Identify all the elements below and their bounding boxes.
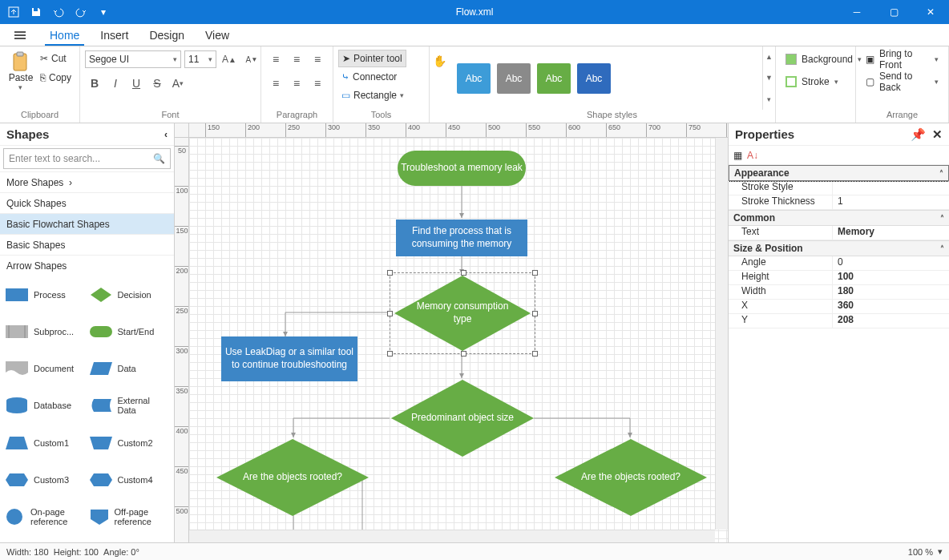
prop-cat-size[interactable]: Size & Position˄ <box>729 240 949 256</box>
category-arrow-shapes[interactable]: Arrow Shapes <box>0 255 174 276</box>
send-to-back-button[interactable]: ▢Send to Back▾ <box>861 72 943 91</box>
shapes-panel-title: Shapes <box>6 127 49 141</box>
ruler-vertical: 50100150200250300350400450500550 <box>175 138 189 542</box>
shape-custom3[interactable]: Custom3 <box>5 465 86 494</box>
qat-redo-icon[interactable] <box>71 2 91 22</box>
shape-startend[interactable]: Start/End <box>89 317 170 346</box>
cut-button[interactable]: ✂Cut <box>37 50 75 67</box>
align-center-button[interactable]: ≡ <box>287 50 306 69</box>
paste-button[interactable]: Paste ▾ <box>5 50 37 106</box>
minimize-button[interactable]: ─ <box>838 0 875 24</box>
prop-row-width[interactable]: Width180 <box>729 285 949 300</box>
style-swatch-4[interactable]: Abc <box>577 63 611 94</box>
categorize-icon[interactable]: ▦ <box>733 150 742 161</box>
group-paragraph-caption: Paragraph <box>261 110 333 123</box>
qat-undo-icon[interactable] <box>48 2 69 22</box>
italic-button[interactable]: I <box>106 74 125 93</box>
file-button[interactable] <box>6 26 34 46</box>
shape-database[interactable]: Database <box>5 391 86 420</box>
prop-row-x[interactable]: X360 <box>729 300 949 314</box>
underline-button[interactable]: U <box>127 74 146 93</box>
sort-icon[interactable]: A↓ <box>747 150 758 161</box>
shrink-font-button[interactable]: A▼ <box>242 50 261 69</box>
scrollbar-horizontal[interactable] <box>189 530 715 542</box>
pin-icon[interactable]: 📌 <box>911 127 926 141</box>
prop-row-angle[interactable]: Angle0 <box>729 256 949 271</box>
shape-custom4[interactable]: Custom4 <box>89 465 170 494</box>
strikethrough-button[interactable]: S <box>147 74 167 93</box>
prop-row-stroke-thickness[interactable]: Stroke Thickness1 <box>729 195 949 210</box>
collapse-panel-icon[interactable]: ‹ <box>164 129 168 140</box>
canvas-area[interactable]: 1502002503003504004505005506006507007508… <box>175 123 728 542</box>
align-bottom-button[interactable]: ≡ <box>308 74 327 93</box>
prop-cat-common[interactable]: Common˄ <box>729 210 949 226</box>
gallery-down-icon[interactable]: ▼ <box>763 67 775 88</box>
shape-custom1[interactable]: Custom1 <box>5 429 86 457</box>
tab-insert[interactable]: Insert <box>95 26 133 46</box>
shape-document[interactable]: Document <box>5 354 86 383</box>
svg-rect-11 <box>90 326 112 337</box>
qat-save-icon[interactable] <box>26 2 46 22</box>
rectangle-tool-button[interactable]: ▭Rectangle▾ <box>338 87 407 104</box>
gallery-more-icon[interactable]: ▾ <box>763 89 775 110</box>
align-top-button[interactable]: ≡ <box>266 74 285 93</box>
align-middle-button[interactable]: ≡ <box>287 74 306 93</box>
shape-custom2[interactable]: Custom2 <box>89 429 170 457</box>
connector-tool-button[interactable]: ⤷Connector <box>338 68 400 86</box>
align-left-button[interactable]: ≡ <box>266 50 285 69</box>
qat-app-icon[interactable] <box>3 2 24 22</box>
prop-cat-appearance[interactable]: Appearance˄ <box>729 165 949 181</box>
tab-design[interactable]: Design <box>144 26 189 46</box>
grow-font-button[interactable]: A▲ <box>220 50 239 69</box>
align-right-button[interactable]: ≡ <box>308 50 327 69</box>
pointer-icon: ➤ <box>342 53 350 64</box>
tab-view[interactable]: View <box>200 26 234 46</box>
scrollbar-vertical[interactable] <box>715 138 728 530</box>
pan-tool-button[interactable]: ✋ <box>430 51 449 71</box>
close-button[interactable]: ✕ <box>912 0 949 24</box>
zoom-dropdown-icon[interactable]: ▾ <box>938 546 943 557</box>
stroke-button[interactable]: Stroke▾ <box>781 72 843 91</box>
background-button[interactable]: Background▾ <box>781 50 866 69</box>
category-basic-shapes[interactable]: Basic Shapes <box>0 234 174 255</box>
font-size-combo[interactable]: 11 <box>184 50 216 68</box>
node-process-leakdiag[interactable]: Use LeakDiag or a similar tool to contin… <box>221 336 357 381</box>
qat-dropdown-icon[interactable]: ▾ <box>93 2 114 22</box>
titlebar: ▾ Flow.xml ─ ▢ ✕ <box>0 0 949 24</box>
status-width: Width: 180 <box>6 547 49 557</box>
node-decision-rooted-right[interactable]: Are the objects rooted? <box>555 439 707 516</box>
shape-decision[interactable]: Decision <box>89 280 170 309</box>
shape-process[interactable]: Process <box>5 280 86 309</box>
category-basic-flowchart[interactable]: Basic Flowchart Shapes <box>0 213 174 234</box>
style-swatch-3[interactable]: Abc <box>537 63 571 94</box>
node-process-find[interactable]: Find the process that is consuming the m… <box>396 220 527 256</box>
shape-onpage-ref[interactable]: On-page reference <box>5 502 86 531</box>
bring-to-front-button[interactable]: ▣Bring to Front▾ <box>861 50 943 69</box>
more-shapes-row[interactable]: More Shapes › <box>0 171 174 192</box>
shape-data[interactable]: Data <box>89 354 170 383</box>
font-color-button[interactable]: A▾ <box>168 74 188 93</box>
tab-home[interactable]: Home <box>45 26 84 46</box>
shape-offpage-ref[interactable]: Off-page reference <box>89 502 170 531</box>
shape-subprocess[interactable]: Subproc... <box>5 317 86 346</box>
prop-row-stroke-style[interactable]: Stroke Style <box>729 181 949 195</box>
bold-button[interactable]: B <box>85 74 104 93</box>
prop-row-y[interactable]: Y208 <box>729 314 949 328</box>
node-decision-rooted-left[interactable]: Are the objects rooted? <box>216 439 369 516</box>
node-decision-memory-type[interactable]: Memory consumption type <box>394 276 531 351</box>
style-swatch-1[interactable]: Abc <box>457 63 491 94</box>
style-swatch-2[interactable]: Abc <box>497 63 531 94</box>
gallery-up-icon[interactable]: ▲ <box>763 46 775 67</box>
node-terminator-start[interactable]: Troubleshoot a memory leak <box>398 151 526 186</box>
category-quick-shapes[interactable]: Quick Shapes <box>0 192 174 213</box>
prop-row-height[interactable]: Height100 <box>729 271 949 285</box>
shapes-search-input[interactable]: Enter text to search... <box>3 148 171 169</box>
prop-row-text[interactable]: TextMemory <box>729 226 949 240</box>
close-panel-icon[interactable]: ✕ <box>932 127 943 141</box>
shape-external-data[interactable]: External Data <box>89 391 170 420</box>
node-decision-object-size[interactable]: Predominant object size <box>391 380 534 457</box>
font-name-combo[interactable]: Segoe UI <box>85 50 181 68</box>
pointer-tool-button[interactable]: ➤Pointer tool <box>338 50 406 67</box>
maximize-button[interactable]: ▢ <box>875 0 912 24</box>
copy-button[interactable]: ⎘Copy <box>37 69 75 87</box>
